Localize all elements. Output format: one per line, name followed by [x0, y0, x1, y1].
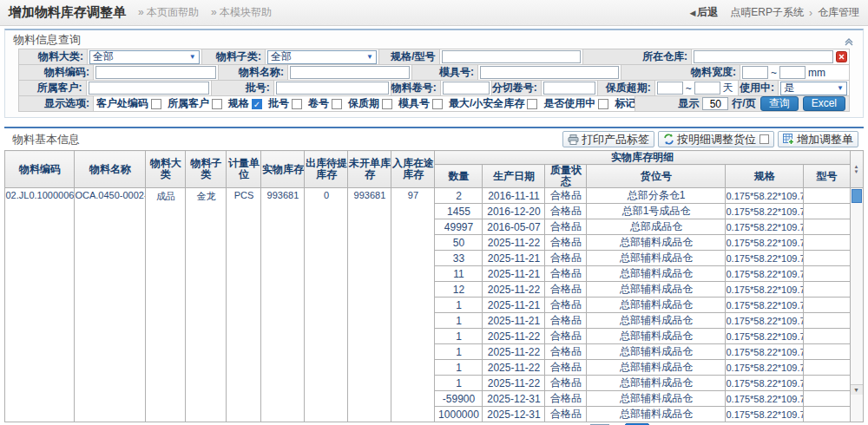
- back-button[interactable]: ◀后退: [689, 5, 718, 20]
- material-width-min-input[interactable]: [742, 66, 768, 79]
- overdue-tilde: ~: [686, 82, 692, 95]
- in-use-label: 使用中:: [738, 80, 779, 96]
- batch-no-cell: [273, 80, 391, 96]
- detail-cell-status: 合格品: [545, 251, 587, 266]
- detail-cell-location: 总部辅料成品仓: [587, 329, 726, 344]
- customer-input[interactable]: [89, 82, 209, 95]
- col-header: 计量单位: [227, 151, 261, 188]
- display-option: 批号: [268, 96, 302, 111]
- adjust-location-checkbox[interactable]: [760, 134, 769, 144]
- material-category-select[interactable]: 全部 ▼: [89, 50, 200, 64]
- detail-cell-date: 2025-11-22: [483, 376, 545, 391]
- detail-cell-location: 总部分条仓1: [587, 188, 726, 204]
- detail-vertical-scrollbar[interactable]: ▼: [851, 188, 863, 395]
- adjust-location-icon: [663, 134, 674, 145]
- display-option: 是否使用中: [543, 96, 608, 111]
- option-checkbox[interactable]: [598, 99, 608, 109]
- shelf-overdue-max-input[interactable]: [694, 82, 720, 95]
- print-label-button[interactable]: 打印产品标签: [562, 131, 654, 147]
- top-bar: 增加物料库存调整单 » 本页面帮助 » 本模块帮助 ◀后退 点晴ERP子系统 ›…: [0, 0, 868, 26]
- detail-cell-date: 2025-11-22: [483, 329, 545, 344]
- add-adjustment-button[interactable]: 增加调整单: [778, 131, 858, 147]
- display-option: 规格 ✓: [228, 96, 262, 111]
- query-row-3: 所属客户: 批号: 物料卷号: 分切卷号: 保质超期:: [18, 81, 850, 96]
- material-width-max-input[interactable]: [779, 66, 806, 79]
- detail-cell-qty: 11: [435, 266, 483, 282]
- collapse-section-icon[interactable]: [844, 34, 854, 52]
- roll-no-label: 物料卷号:: [391, 80, 441, 96]
- query-form: 物料大类: 全部 ▼ 物料子类: 全部 ▼ 规格/型号: [5, 49, 863, 117]
- spec-model-input[interactable]: [442, 50, 581, 63]
- scrollbar-thumb[interactable]: [852, 189, 862, 203]
- warehouse-clear-icon[interactable]: [836, 51, 847, 62]
- slit-roll-no-input[interactable]: [543, 82, 595, 95]
- mold-no-input[interactable]: [480, 66, 619, 79]
- detail-row[interactable]: 02.JL0.1000006OCA.0450-0002-A成品金龙PCS9936…: [5, 188, 863, 204]
- detail-cell-qty: 1: [435, 360, 483, 376]
- detail-cell-spec: 0.175*58.22*109.78: [726, 391, 804, 407]
- option-label: 客户处编码: [96, 96, 148, 111]
- display-option: 标记: [615, 96, 635, 111]
- search-button[interactable]: 查询: [760, 96, 799, 111]
- material-name-input[interactable]: [290, 66, 410, 79]
- detail-cell-spec: 0.175*58.22*109.78: [726, 251, 804, 266]
- breadcrumb-system[interactable]: 点晴ERP子系统: [730, 5, 804, 20]
- material-code-input[interactable]: [95, 66, 216, 79]
- customer-cell: [86, 80, 212, 96]
- detail-cell-model: [804, 407, 850, 422]
- option-checkbox[interactable]: [382, 99, 392, 109]
- option-checkbox[interactable]: [151, 99, 161, 109]
- material-category-cell: 全部 ▼: [87, 49, 202, 65]
- excel-button[interactable]: Excel: [803, 96, 845, 111]
- shelf-overdue-cell: ~ 天: [654, 80, 739, 96]
- detail-cell-location: 总部辅料成品仓: [587, 391, 726, 407]
- option-checkbox[interactable]: [292, 99, 302, 109]
- detail-cell-model: [804, 391, 850, 407]
- material-subcategory-label: 物料子类:: [201, 49, 266, 65]
- detail-cell-spec: 0.175*58.22*109.78: [726, 313, 804, 329]
- scrollbar-down-arrow[interactable]: ▼: [851, 384, 863, 395]
- material-width-cell: ~ mm: [740, 64, 850, 81]
- option-label: 批号: [268, 96, 289, 111]
- option-checkbox[interactable]: [332, 99, 342, 109]
- detail-cell-date: 2025-11-22: [483, 282, 545, 298]
- detail-scroll-arrows[interactable]: ▲ ▼: [850, 151, 863, 188]
- detail-cell-spec: 0.175*58.22*109.78: [726, 407, 804, 422]
- adjust-location-button[interactable]: 按明细调整货位: [658, 131, 774, 147]
- detail-cell-qty: 1: [435, 344, 483, 360]
- scroll-down-icon[interactable]: ▼: [851, 169, 863, 174]
- in-use-select[interactable]: 是 ▼: [780, 82, 847, 95]
- detail-cell-date: 2025-11-21: [483, 251, 545, 266]
- option-label: 是否使用中: [543, 96, 595, 111]
- breadcrumb-module[interactable]: 仓库管理: [818, 5, 859, 20]
- option-checkbox[interactable]: [527, 99, 537, 109]
- rows-per-page-input[interactable]: [702, 97, 728, 110]
- results-toolbar: 打印产品标签 按明细调整货位 增加调整单: [559, 131, 858, 147]
- option-checkbox[interactable]: ✓: [252, 99, 262, 109]
- warehouse-label: 所在仓库:: [582, 49, 692, 65]
- rows-per-page-bar: 显示 行/页 查询 Excel: [635, 95, 850, 112]
- material-subcategory-select[interactable]: 全部 ▼: [267, 50, 377, 64]
- mold-no-cell: [477, 64, 621, 81]
- detail-cell-spec: 0.175*58.22*109.78: [726, 266, 804, 282]
- add-order-icon: [783, 134, 794, 145]
- warehouse-input[interactable]: [694, 50, 833, 63]
- width-unit: mm: [808, 67, 825, 79]
- option-checkbox[interactable]: [432, 99, 443, 109]
- material-code-cell: [93, 64, 219, 81]
- spec-model-cell: [439, 49, 583, 65]
- display-option: 所属客户: [168, 96, 222, 111]
- page-help-link[interactable]: » 本页面帮助: [138, 5, 199, 20]
- detail-scrollbar-cell[interactable]: ▼: [850, 188, 863, 422]
- detail-cell-qty: 1455: [435, 204, 483, 219]
- inventory-table-head: 物料编码 物料名称 物料大类 物料子类 计量单位 实物库存 出库待提库存 未开单…: [5, 151, 863, 188]
- roll-no-input[interactable]: [443, 82, 490, 95]
- batch-no-input[interactable]: [276, 82, 389, 95]
- detail-cell-qty: -59900: [435, 391, 483, 407]
- detail-cell-model: [804, 235, 850, 251]
- module-help-link[interactable]: » 本模块帮助: [211, 5, 272, 20]
- option-checkbox[interactable]: [212, 99, 222, 109]
- detail-cell-status: 合格品: [545, 298, 587, 313]
- scrollbar-track[interactable]: [851, 204, 863, 384]
- shelf-overdue-min-input[interactable]: [657, 82, 683, 95]
